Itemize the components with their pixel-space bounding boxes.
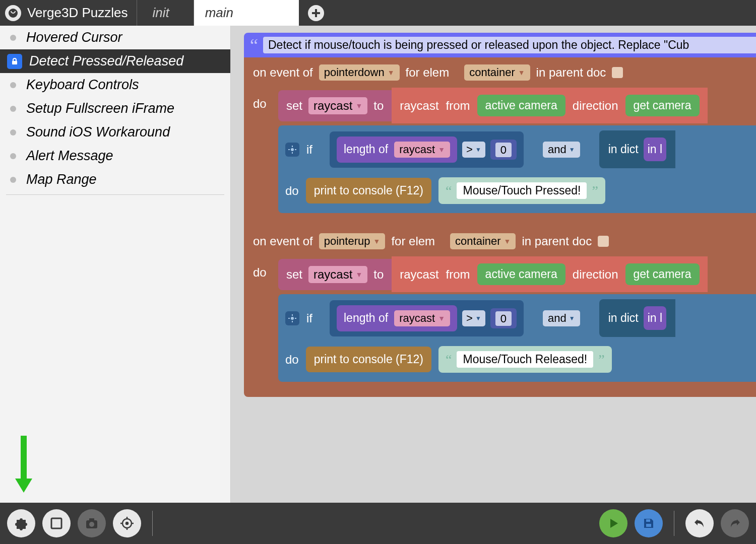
- if-block[interactable]: if length of raycast▼ >▼ 0 and▼: [278, 294, 756, 382]
- redo-button[interactable]: [721, 509, 749, 537]
- quote-icon: “: [446, 187, 452, 195]
- and-dropdown[interactable]: and▼: [543, 310, 580, 326]
- sidebar-item-hovered-cursor[interactable]: Hovered Cursor: [0, 26, 230, 49]
- chevron-down-icon: ▼: [518, 69, 525, 77]
- svg-rect-3: [12, 61, 17, 64]
- get-camera-block[interactable]: get camera: [625, 95, 700, 116]
- app-logo: [5, 5, 21, 21]
- redo-icon: [728, 516, 742, 530]
- sidebar-item-sound[interactable]: Sound iOS Workaround: [0, 120, 230, 144]
- puzzles-button[interactable]: [7, 509, 35, 537]
- set-block[interactable]: set raycast▼ to: [278, 259, 392, 290]
- sidebar-item-detect-pressed[interactable]: Detect Pressed/Released: [0, 49, 230, 73]
- number-block[interactable]: 0: [490, 140, 517, 160]
- event-type-dropdown[interactable]: pointerdown▼: [319, 64, 400, 81]
- elem-dropdown[interactable]: container▼: [464, 64, 530, 81]
- sidebar-item-label: Hovered Cursor: [26, 30, 122, 45]
- event-type-dropdown[interactable]: pointerup▼: [319, 233, 386, 249]
- text-block[interactable]: “ Mouse/Touch Released! ”: [438, 346, 612, 373]
- elem-dropdown[interactable]: container▼: [450, 233, 516, 249]
- set-block[interactable]: set raycast▼ to: [278, 90, 392, 121]
- svg-rect-28: [646, 519, 650, 522]
- in-parent-checkbox[interactable]: [612, 67, 623, 78]
- sidebar-item-label: Sound iOS Workaround: [26, 124, 170, 140]
- length-of-block[interactable]: length of raycast▼: [337, 137, 457, 163]
- svg-point-21: [126, 522, 128, 524]
- event-pointerup-header[interactable]: on event of pointerup▼ for elem containe…: [244, 226, 756, 256]
- do-row: do set raycast▼ to raycast from act: [244, 88, 756, 216]
- svg-marker-26: [610, 519, 618, 528]
- sidebar-item-label: Setup Fullscreen iFrame: [26, 101, 174, 116]
- chevron-down-icon: ▼: [569, 146, 575, 153]
- footer-divider: [674, 511, 674, 536]
- gear-icon[interactable]: [285, 311, 299, 325]
- sidebar-item-fullscreen[interactable]: Setup Fullscreen iFrame: [0, 97, 230, 120]
- in-dict-block[interactable]: in dict in l: [599, 130, 676, 168]
- layout-button[interactable]: [42, 509, 71, 537]
- sidebar-divider: [6, 194, 224, 195]
- canvas[interactable]: “ Detect if mouse/touch is being pressed…: [231, 26, 756, 503]
- variable-dropdown[interactable]: raycast▼: [394, 142, 450, 158]
- run-button[interactable]: [599, 509, 627, 537]
- svg-rect-19: [89, 518, 94, 521]
- save-button[interactable]: [635, 509, 663, 537]
- chevron-down-icon: ▼: [504, 237, 511, 245]
- quote-icon: ”: [592, 187, 598, 195]
- gear-icon[interactable]: [285, 143, 299, 157]
- number-block[interactable]: 0: [490, 308, 517, 328]
- chevron-down-icon: ▼: [475, 146, 481, 153]
- for-elem-label: for elem: [391, 234, 435, 248]
- sidebar-item-alert[interactable]: Alert Message: [0, 144, 230, 168]
- event-pointerdown-header[interactable]: on event of pointerdown▼ for elem contai…: [244, 57, 756, 88]
- undo-icon: [692, 516, 707, 530]
- print-console-block[interactable]: print to console (F12): [306, 178, 431, 203]
- chevron-down-icon: ▼: [373, 237, 381, 245]
- sidebar-item-keyboard[interactable]: Keyboard Controls: [0, 73, 230, 97]
- app-title: Verge3D Puzzles: [27, 5, 128, 21]
- block-root: “ Detect if mouse/touch is being pressed…: [244, 33, 756, 397]
- block-gap: [244, 216, 756, 226]
- compare-block[interactable]: length of raycast▼ >▼ 0: [330, 300, 524, 336]
- print-console-block[interactable]: print to console (F12): [306, 347, 431, 372]
- text-block[interactable]: “ Mouse/Touch Pressed! ”: [438, 177, 605, 204]
- variable-dropdown[interactable]: raycast▼: [308, 97, 367, 114]
- and-dropdown[interactable]: and▼: [543, 142, 580, 158]
- chevron-down-icon: ▼: [355, 102, 362, 110]
- if-block[interactable]: if length of raycast▼ >▼ 0 and▼: [278, 125, 756, 213]
- save-icon: [642, 517, 655, 530]
- sidebar-item-map-range[interactable]: Map Range: [0, 168, 230, 191]
- chevron-down-icon: ▼: [569, 315, 575, 322]
- active-camera-block[interactable]: active camera: [477, 263, 565, 285]
- raycast-block[interactable]: raycast from active camera direction get…: [392, 256, 707, 292]
- in-list-block[interactable]: in l: [644, 138, 666, 161]
- tab-main[interactable]: main: [194, 0, 299, 26]
- get-camera-block[interactable]: get camera: [625, 263, 700, 285]
- in-parent-checkbox[interactable]: [598, 236, 609, 247]
- add-tab-button[interactable]: [308, 5, 324, 21]
- raycast-block[interactable]: raycast from active camera direction get…: [392, 88, 707, 123]
- tab-init[interactable]: init: [137, 0, 184, 26]
- bullet-icon: [10, 177, 16, 183]
- variable-dropdown[interactable]: raycast▼: [394, 310, 450, 326]
- active-camera-block[interactable]: active camera: [477, 95, 565, 116]
- sidebar: Hovered Cursor Detect Pressed/Released K…: [0, 26, 231, 503]
- camera-icon: [85, 516, 99, 530]
- comment-block[interactable]: “ Detect if mouse/touch is being pressed…: [244, 33, 756, 57]
- chevron-down-icon: ▼: [438, 146, 445, 154]
- target-button[interactable]: [113, 509, 141, 537]
- compare-block[interactable]: length of raycast▼ >▼ 0: [330, 131, 524, 168]
- undo-button[interactable]: [685, 509, 714, 537]
- svg-rect-2: [312, 12, 320, 14]
- svg-point-4: [291, 148, 294, 151]
- bullet-icon: [10, 129, 16, 135]
- text-value: Mouse/Touch Pressed!: [457, 182, 587, 199]
- variable-dropdown[interactable]: raycast▼: [308, 266, 367, 283]
- operator-dropdown[interactable]: >▼: [462, 142, 485, 158]
- in-dict-block[interactable]: in dict in l: [599, 299, 676, 337]
- length-of-block[interactable]: length of raycast▼: [337, 305, 457, 331]
- chevron-down-icon: ▼: [475, 315, 481, 322]
- camera-button[interactable]: [78, 509, 106, 537]
- svg-point-9: [291, 317, 294, 320]
- in-list-block[interactable]: in l: [644, 306, 666, 330]
- operator-dropdown[interactable]: >▼: [462, 310, 485, 326]
